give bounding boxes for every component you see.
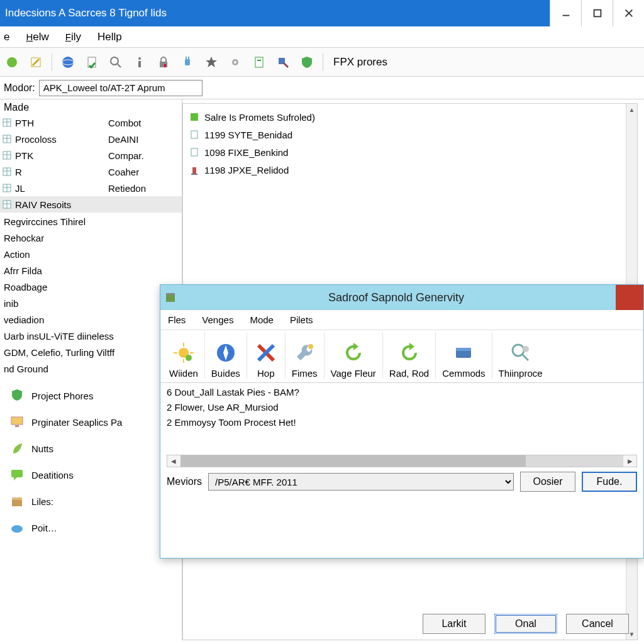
svg-point-62: [186, 355, 192, 361]
list-label: 1198 JPXE_Relidod: [204, 165, 289, 175]
meviors-label: Meviors: [167, 476, 202, 487]
dialog-menu-item[interactable]: Mode: [250, 314, 274, 325]
scroll-right-icon[interactable]: ▸: [624, 455, 636, 467]
svg-rect-12: [138, 61, 141, 67]
grid-c1: R: [14, 167, 108, 177]
plug-icon[interactable]: [178, 53, 197, 72]
svg-point-70: [513, 345, 524, 356]
tool-label: Vage Fleur: [331, 368, 376, 379]
nav-item[interactable]: Deatitions: [0, 462, 182, 488]
tree-item[interactable]: Action: [4, 247, 178, 262]
grid-c2: DeAINI: [108, 134, 182, 145]
doc-check-icon[interactable]: [82, 53, 101, 72]
nav-item[interactable]: Prginater Seaplics Pa: [0, 409, 182, 435]
grid-row[interactable]: JLRetiedon: [0, 180, 182, 196]
star-icon[interactable]: [202, 53, 221, 72]
menu-item[interactable]: Hellp: [97, 31, 122, 43]
dialog-tool-fimes[interactable]: Fimes: [286, 332, 325, 379]
nav-item[interactable]: Liles:: [0, 488, 182, 514]
maximize-button[interactable]: [581, 0, 613, 26]
cloud-icon: [9, 519, 25, 536]
nav-item[interactable]: Project Phores: [0, 382, 182, 409]
gear-icon[interactable]: [226, 53, 245, 72]
grid-row[interactable]: PTHCombot: [0, 114, 182, 131]
svg-rect-1: [594, 10, 601, 17]
edit-icon[interactable]: [26, 53, 45, 72]
dialog-tool-cemmods[interactable]: Cemmods: [436, 332, 492, 379]
nav-item[interactable]: Nutts: [0, 435, 182, 462]
close-button[interactable]: [613, 0, 644, 26]
list-item[interactable]: 1098 FIXE_Benkind: [188, 144, 632, 160]
globe-icon[interactable]: [58, 53, 77, 72]
tree-item[interactable]: Roadbage: [4, 279, 178, 294]
menu-item[interactable]: e: [4, 31, 9, 43]
made-header: Made: [0, 99, 182, 114]
scroll-left-icon[interactable]: ◂: [167, 455, 180, 467]
svg-rect-15: [185, 59, 190, 65]
tree-item[interactable]: Uarb insUL-ViTE diineless: [4, 328, 178, 343]
tree-item[interactable]: Regvirccines Tihirel: [4, 214, 178, 229]
tree-item[interactable]: GDM, Celefio, Turling Viltff: [4, 345, 178, 360]
addr-input[interactable]: [39, 80, 203, 96]
main-toolbar: FPX prores: [0, 48, 644, 77]
dialog-close-button[interactable]: [616, 285, 643, 310]
svg-rect-54: [166, 294, 175, 302]
dialog-tool-vage fleur[interactable]: Vage Fleur: [325, 332, 383, 379]
grid-row[interactable]: ProcolossDeAINI: [0, 131, 182, 147]
brush-icon[interactable]: [274, 53, 292, 72]
dialog-menu-item[interactable]: Venges: [202, 314, 233, 325]
grid-row[interactable]: PTKCompar.: [0, 147, 182, 164]
doc-icon: [188, 147, 201, 157]
svg-point-6: [62, 57, 74, 68]
nav-item[interactable]: Poit…: [0, 514, 182, 541]
svg-rect-22: [257, 60, 261, 61]
dialog-tool-wiiden[interactable]: Wiiden: [163, 332, 205, 379]
list-label: 1098 FIXE_Benkind: [204, 147, 288, 158]
minimize-button[interactable]: [550, 0, 581, 26]
column-icon: [0, 183, 14, 193]
svg-rect-51: [191, 148, 197, 156]
list-item[interactable]: 1199 SYTE_Benidad: [188, 126, 632, 143]
list-item[interactable]: 1198 JPXE_Relidod: [188, 162, 632, 178]
onal-button[interactable]: Onal: [494, 614, 557, 634]
dialog-menu-item[interactable]: Fles: [168, 314, 186, 325]
dialog-tool-rad, rod[interactable]: Rad, Rod: [383, 332, 436, 379]
svg-rect-55: [166, 293, 175, 295]
svg-point-48: [11, 525, 23, 533]
search-icon[interactable]: [106, 53, 125, 72]
tool-label: Wiiden: [169, 368, 198, 379]
info-icon[interactable]: [130, 53, 149, 72]
lock-icon[interactable]: [154, 53, 173, 72]
svg-point-67: [308, 344, 313, 349]
page-icon[interactable]: [250, 53, 269, 72]
larkit-button[interactable]: Larkit: [423, 614, 486, 634]
tree-item[interactable]: Rehockar: [4, 230, 178, 245]
leaf-icon[interactable]: [3, 53, 21, 72]
tree-item[interactable]: vediadion: [4, 312, 178, 327]
menu-item[interactable]: Helw: [26, 31, 48, 43]
grid-row[interactable]: RAIV Resoits: [0, 196, 182, 213]
dialog-hscrollbar[interactable]: ◂ ▸: [167, 455, 637, 467]
cancel-button[interactable]: Cancel: [566, 614, 629, 634]
grid-c2: Retiedon: [108, 183, 182, 194]
tree-item[interactable]: nd Ground: [4, 361, 178, 376]
scroll-up-icon[interactable]: ▲: [626, 104, 637, 115]
dialog-menu-item[interactable]: Pilets: [290, 314, 313, 325]
tree-item[interactable]: inib: [4, 296, 178, 311]
shield-icon[interactable]: [297, 53, 316, 72]
grid-row[interactable]: RCoaher: [0, 164, 182, 180]
toolbar-label: FPX prores: [333, 56, 387, 69]
oosier-button[interactable]: Oosier: [520, 472, 575, 492]
drive-icon: [451, 340, 476, 365]
dialog-tool-hop[interactable]: Hop: [247, 332, 286, 379]
menu-item[interactable]: Fily: [65, 31, 81, 43]
dialog-tool-buides[interactable]: Buides: [205, 332, 247, 379]
dialog-tool-thiinproce[interactable]: Thiinproce: [492, 332, 549, 379]
shield-green-icon: [9, 387, 25, 404]
meviors-select[interactable]: /P5/AR€ MFF. 2011: [208, 473, 514, 491]
tree-item[interactable]: Afrr Filda: [4, 263, 178, 278]
mag-icon: [508, 340, 533, 365]
list-label: Salre Is Promets Sufroled): [204, 112, 315, 123]
list-item[interactable]: Salre Is Promets Sufroled): [188, 109, 632, 125]
fude-button[interactable]: Fude.: [582, 472, 637, 492]
